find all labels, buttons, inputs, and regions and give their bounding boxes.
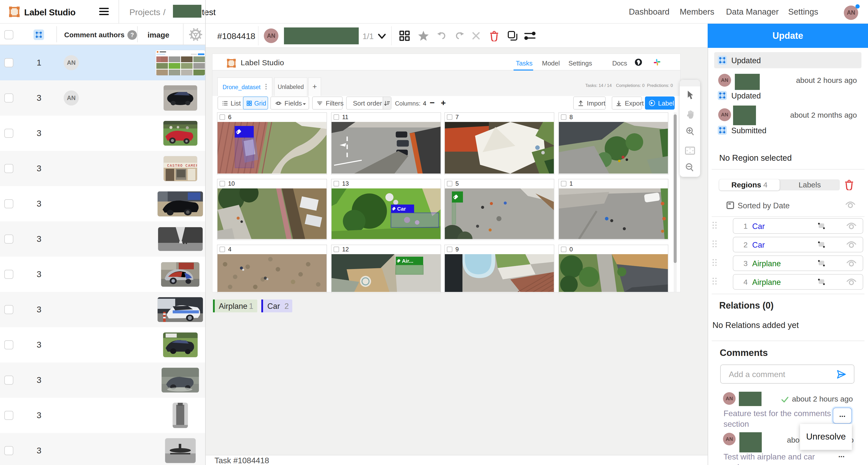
svg-text:CASTRO CAMERA: CASTRO CAMERA xyxy=(167,164,197,168)
svg-text:Car: Car xyxy=(397,206,406,211)
svg-text:Air...: Air... xyxy=(402,258,413,264)
